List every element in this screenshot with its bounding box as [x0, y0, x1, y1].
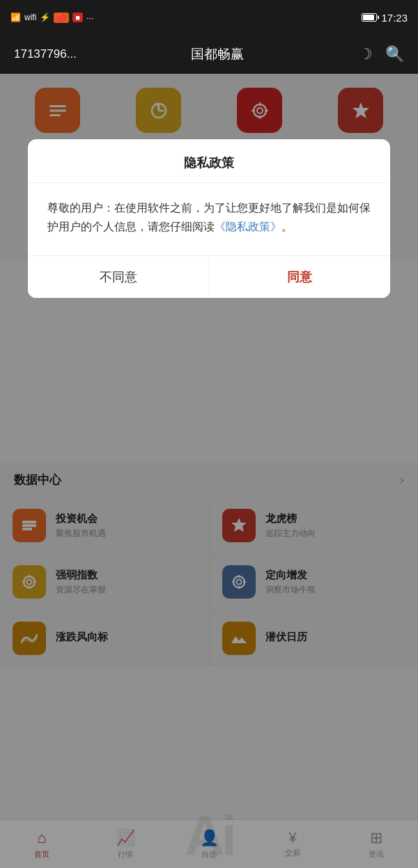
status-right: 17:23: [362, 12, 408, 24]
dialog-body-end: 。: [281, 221, 293, 232]
privacy-dialog: 隐私政策 尊敬的用户：在使用软件之前，为了让您更好地了解我们是如何保护用户的个人…: [28, 139, 390, 298]
sim-icon: 📶: [10, 13, 21, 22]
nav-right-icons: ☽ 🔍: [359, 45, 404, 63]
wifi-icon: wifi: [24, 13, 36, 22]
top-nav: 17137796... 国都畅赢 ☽ 🔍: [0, 35, 418, 74]
more-icon: ···: [86, 13, 94, 23]
app-icon-1: 🔴: [54, 13, 69, 23]
dialog-buttons: 不同意 同意: [28, 256, 390, 298]
app-name: 国都畅赢: [191, 45, 244, 63]
charge-icon: ⚡: [40, 13, 50, 22]
dialog-title: 隐私政策: [28, 139, 390, 183]
app-icon-2: ■: [72, 13, 83, 22]
dialog-link[interactable]: 《隐私政策》: [215, 221, 281, 232]
moon-icon[interactable]: ☽: [359, 45, 373, 63]
disagree-button[interactable]: 不同意: [28, 256, 210, 298]
search-icon[interactable]: 🔍: [385, 45, 404, 63]
dialog-body-text: 尊敬的用户：在使用软件之前，为了让您更好地了解我们是如何保护用户的个人信息，请您…: [47, 202, 371, 232]
battery-fill: [363, 15, 373, 20]
dialog-body: 尊敬的用户：在使用软件之前，为了让您更好地了解我们是如何保护用户的个人信息，请您…: [28, 183, 390, 256]
status-bar: 📶 wifi ⚡ 🔴 ■ ··· 17:23: [0, 0, 418, 35]
agree-button[interactable]: 同意: [210, 256, 391, 298]
battery-icon: [362, 13, 377, 22]
account-number[interactable]: 17137796...: [14, 47, 77, 61]
status-left: 📶 wifi ⚡ 🔴 ■ ···: [10, 13, 94, 23]
time-display: 17:23: [381, 12, 408, 24]
